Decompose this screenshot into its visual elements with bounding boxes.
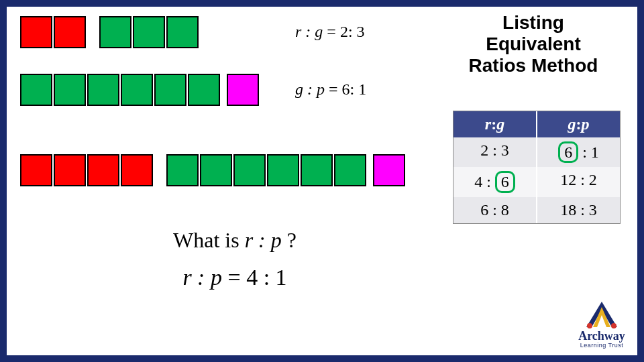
green-square [267,154,299,186]
question-text: What is r : p ? [60,228,409,253]
ratio-label-1: r : g = 2: 3 [295,23,365,41]
header-cell: g:p [537,111,620,137]
ratio-row-1 [20,16,199,48]
logo-name: Archway [578,330,625,342]
table-cell: 18 : 3 [537,197,620,223]
gap [221,74,225,106]
green-square [166,154,199,186]
green-square [99,16,131,48]
circled-value: 6 [495,171,515,192]
red-square [121,154,153,186]
gap [87,16,98,48]
answer-text: r : p = 4 : 1 [60,265,409,290]
green-square [87,74,119,106]
green-square [188,74,220,106]
table-cell: 6 : 8 [453,197,537,223]
table-cell: 2 : 3 [453,137,537,167]
archway-logo: Archway Learning Trust [578,299,625,349]
svg-point-0 [587,323,592,328]
red-square [54,154,86,186]
table-cell: 4 : 6 [453,167,537,196]
table-row: 2 : 3 6 : 1 [453,137,620,167]
red-square [87,154,119,186]
table-body: 2 : 3 6 : 1 4 : 6 12 : 2 6 : 8 1 [453,137,620,223]
green-square [121,74,153,106]
green-square [20,74,52,106]
table-row: 4 : 6 12 : 2 [453,167,620,196]
ratio-row-2 [20,74,259,106]
green-square [54,74,86,106]
ratios-table: r:g g:p 2 : 3 6 : 1 4 : 6 12 : 2 [453,111,621,224]
table-header: r:g g:p [453,111,620,137]
table-cell: 6 : 1 [537,137,620,167]
green-square [301,154,333,186]
red-square [20,154,52,186]
ratio-row-3 [20,154,405,186]
gap [368,154,372,186]
slide-title: Listing Equivalent Ratios Method [456,12,610,77]
table-row: 6 : 8 18 : 3 [453,197,620,223]
table-cell: 12 : 2 [537,167,620,196]
pink-square [373,154,405,186]
green-square [166,16,199,48]
gap [154,154,165,186]
green-square [200,154,232,186]
green-square [334,154,366,186]
svg-point-1 [611,323,616,328]
green-square [133,16,165,48]
logo-subtitle: Learning Trust [578,342,625,349]
red-square [54,16,86,48]
circled-value: 6 [558,141,578,163]
green-square [154,74,186,106]
green-square [233,154,266,186]
archway-logo-icon [578,299,625,330]
header-cell: r:g [453,111,537,137]
pink-square [227,74,259,106]
slide: r : g = 2: 3 g : p = 6: 1 What is r : p … [7,7,637,355]
ratio-label-2: g : p = 6: 1 [295,80,366,99]
red-square [20,16,52,48]
